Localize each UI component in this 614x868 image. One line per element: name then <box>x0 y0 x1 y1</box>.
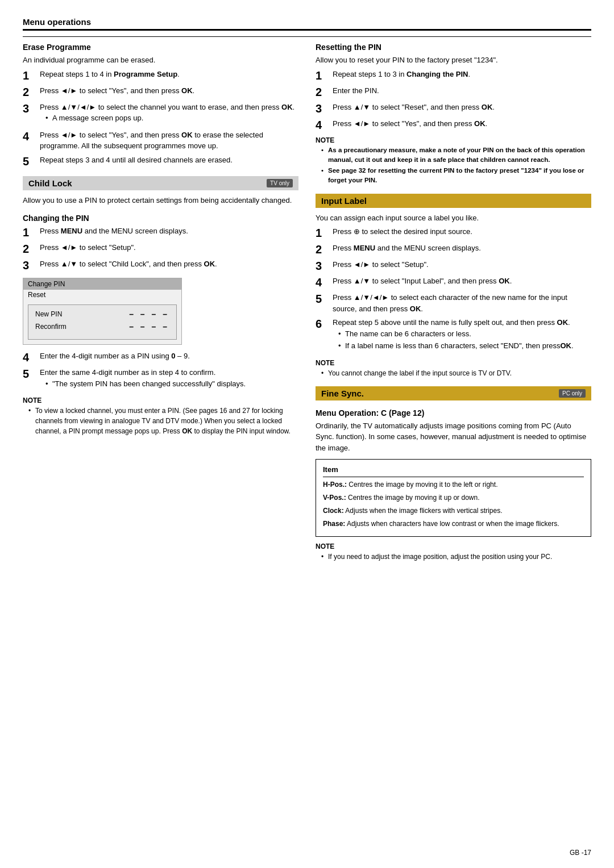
changing-pin-title: Changing the PIN <box>23 214 298 223</box>
step-item: 4 Enter the 4-digit number as a PIN usin… <box>23 350 298 364</box>
step-item: 1 Press ⊕ to select the desired input so… <box>316 226 591 240</box>
item-box-header: Item <box>323 464 584 477</box>
input-label-note: NOTE You cannot change the label if the … <box>316 359 591 378</box>
note-item: As a precautionary measure, make a note … <box>321 145 591 165</box>
step-item: 5 Repeat steps 3 and 4 until all desired… <box>23 155 298 168</box>
new-pin-value: – – – – <box>129 310 169 319</box>
screen-menu-item: Change PIN <box>23 278 181 290</box>
erase-programme-title: Erase Programme <box>23 43 298 52</box>
step-item: 5 Enter the same 4-digit number as in st… <box>23 367 298 392</box>
bullet-item: "The system PIN has been changed success… <box>45 378 298 390</box>
resetting-pin-title: Resetting the PIN <box>316 43 591 52</box>
step-item: 2 Press ◄/► to select "Setup". <box>23 242 298 256</box>
bullet-item: The name can be 6 characters or less. <box>338 328 591 340</box>
page-header: Menu operations <box>23 17 591 31</box>
step-item: 4 Press ◄/► to select "Yes", and then pr… <box>316 118 591 132</box>
step-item: 2 Press MENU and the MENU screen display… <box>316 243 591 256</box>
step-item: 3 Press ◄/► to select "Setup". <box>316 259 591 273</box>
step-item: 1 Press MENU and the MENU screen display… <box>23 226 298 239</box>
input-label-steps: 1 Press ⊕ to select the desired input so… <box>316 226 591 354</box>
erase-programme-steps: 1 Repeat steps 1 to 4 in Programme Setup… <box>23 69 298 168</box>
note-label: NOTE <box>316 136 591 144</box>
child-lock-intro: Allow you to use a PIN to protect certai… <box>23 195 298 206</box>
resetting-pin-intro: Allow you to reset your PIN to the facto… <box>316 55 591 66</box>
fine-sync-note: NOTE If you need to adjust the image pos… <box>316 542 591 562</box>
input-label-section: Input Label You can assign each input so… <box>316 194 591 378</box>
fine-sync-intro: Ordinarily, the TV automatically adjusts… <box>316 420 591 454</box>
fine-sync-bar: Fine Sync. PC only <box>316 386 591 400</box>
item-vpos: V-Pos.: Centres the image by moving it u… <box>323 493 584 503</box>
new-pin-row: New PIN – – – – <box>35 310 169 319</box>
reconfirm-row: Reconfirm – – – – <box>35 322 169 331</box>
child-lock-bar: Child Lock TV only <box>23 176 298 190</box>
input-label-intro: You can assign each input source a label… <box>316 212 591 224</box>
page-number: GB -17 <box>570 849 591 857</box>
item-box: Item H-Pos.: Centres the image by moving… <box>316 459 591 537</box>
reconfirm-value: – – – – <box>129 322 169 331</box>
step-item: 5 Press ▲/▼/◄/► to select each character… <box>316 292 591 314</box>
note-label: NOTE <box>23 397 298 404</box>
note-label: NOTE <box>316 359 591 367</box>
pc-only-badge: PC only <box>559 389 586 398</box>
note-item: If you need to adjust the image position… <box>321 552 591 562</box>
item-phase: Phase: Adjusts when characters have low … <box>323 519 584 529</box>
step-item: 1 Repeat steps 1 to 3 in Changing the PI… <box>316 69 591 82</box>
pin-steps-after: 4 Enter the 4-digit number as a PIN usin… <box>23 350 298 392</box>
screen-menu-item-reset: Reset <box>23 290 181 300</box>
reconfirm-label: Reconfirm <box>35 323 67 331</box>
note-label: NOTE <box>316 542 591 550</box>
step-item: 3 Press ▲/▼ to select "Child Lock", and … <box>23 258 298 272</box>
erase-programme-intro: An individual programme can be erased. <box>23 55 298 66</box>
resetting-pin-steps: 1 Repeat steps 1 to 3 in Changing the PI… <box>316 69 591 132</box>
note-item: You cannot change the label if the input… <box>321 368 591 378</box>
child-lock-section: Child Lock TV only Allow you to use a PI… <box>23 176 298 437</box>
fine-sync-section: Fine Sync. PC only Menu Operation: C (Pa… <box>316 386 591 562</box>
erase-programme-section: Erase Programme An individual programme … <box>23 43 298 168</box>
child-lock-note: NOTE To view a locked channel, you must … <box>23 397 298 436</box>
resetting-pin-note: NOTE As a precautionary measure, make a … <box>316 136 591 186</box>
menu-operation-title: Menu Operation: C (Page 12) <box>316 408 591 418</box>
tv-only-badge: TV only <box>267 179 293 187</box>
input-label-title: Input Label <box>321 196 367 206</box>
step-item: 3 Press ▲/▼ to select "Reset", and then … <box>316 102 591 115</box>
new-pin-label: New PIN <box>35 310 62 318</box>
changing-pin-steps: 1 Press MENU and the MENU screen display… <box>23 226 298 272</box>
step-item: 1 Repeat steps 1 to 4 in Programme Setup… <box>23 69 298 82</box>
step-item: 6 Repeat step 5 above until the name is … <box>316 317 591 354</box>
screen-mockup: Change PIN Reset New PIN – – – – Reconfi… <box>23 278 182 345</box>
bullet-item: A message screen pops up. <box>45 112 298 124</box>
step-item: 4 Press ▲/▼ to select "Input Label", and… <box>316 276 591 289</box>
step-item: 2 Press ◄/► to select "Yes", and then pr… <box>23 85 298 99</box>
resetting-pin-section: Resetting the PIN Allow you to reset you… <box>316 43 591 186</box>
step-item: 4 Press ◄/► to select "Yes", and then pr… <box>23 130 298 152</box>
step-item: 2 Enter the PIN. <box>316 85 591 99</box>
right-column: Resetting the PIN Allow you to reset you… <box>316 43 591 566</box>
page-title: Menu operations <box>23 17 91 27</box>
bullet-item: If a label name is less than 6 character… <box>338 340 591 352</box>
note-item: See page 32 for resetting the current PI… <box>321 166 591 186</box>
item-hpos: H-Pos.: Centres the image by moving it t… <box>323 479 584 490</box>
note-item: To view a locked channel, you must enter… <box>28 406 298 436</box>
input-label-bar: Input Label <box>316 194 591 208</box>
child-lock-title: Child Lock <box>28 178 72 188</box>
item-clock: Clock: Adjusts when the image flickers w… <box>323 506 584 516</box>
left-column: Erase Programme An individual programme … <box>23 43 298 566</box>
fine-sync-title: Fine Sync. <box>321 389 364 398</box>
page: Menu operations Erase Programme An indiv… <box>0 0 614 868</box>
step-item: 3 Press ▲/▼/◄/► to select the channel yo… <box>23 102 298 127</box>
screen-dialog: New PIN – – – – Reconfirm – – – – <box>28 304 177 340</box>
two-column-layout: Erase Programme An individual programme … <box>23 43 591 566</box>
